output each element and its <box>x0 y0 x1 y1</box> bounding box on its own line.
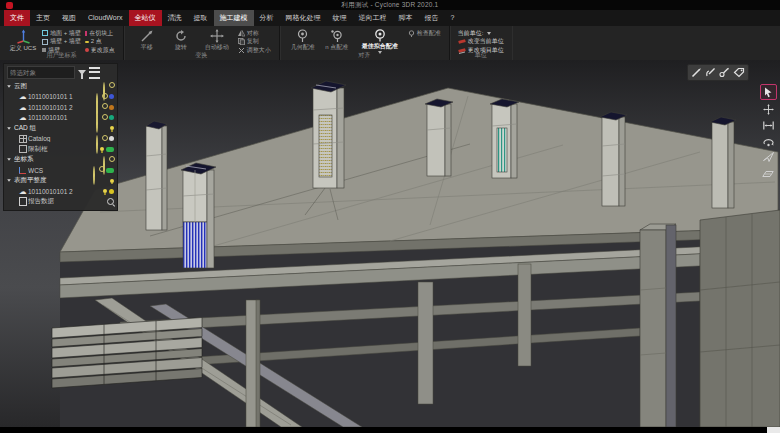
tree-item-report-data[interactable]: 报告数据 <box>4 197 117 208</box>
measure-pen-icon[interactable] <box>691 67 702 78</box>
cloud-icon: ☁ <box>19 104 28 111</box>
ground-wall-icon <box>42 30 48 36</box>
tab-home[interactable]: 主页 <box>30 10 56 26</box>
cloud-color-swatch[interactable] <box>109 105 114 110</box>
tree-item-catalog[interactable]: Catalog <box>4 134 117 145</box>
tree-item-cloud-1[interactable]: ☁ 10110010101 1 <box>4 92 117 103</box>
cloud-color-swatch[interactable] <box>109 94 114 99</box>
pan-icon <box>763 104 774 115</box>
ucs-on-slice-button[interactable]: 在切块上 <box>85 29 115 38</box>
ucs-wall-wall-button[interactable]: 墙壁 + 墙壁 <box>42 38 81 47</box>
cloud-color-swatch[interactable] <box>109 189 114 194</box>
tree-item-cloud-2[interactable]: ☁ 10110010101 2 <box>4 102 117 113</box>
orbit-button[interactable] <box>761 134 776 148</box>
tab-analysis[interactable]: 分析 <box>254 10 280 26</box>
change-current-units-button[interactable]: 改变当前单位 <box>458 38 504 47</box>
tab-texture[interactable]: 纹理 <box>327 10 353 26</box>
tree-item-cad-group[interactable]: CAD 组 <box>4 123 117 134</box>
ribbon-group-align: 几何配准 n 点配准 最佳拟合配准 <box>280 26 450 60</box>
expander-icon[interactable] <box>7 158 14 161</box>
filter-funnel-icon[interactable] <box>78 70 86 75</box>
cloud-icon: ☁ <box>19 114 28 121</box>
expander-icon[interactable] <box>7 179 14 182</box>
ucs-2-points-button[interactable]: 2 点 <box>85 38 115 47</box>
tree-item-flatness-cloud[interactable]: ☁ 10110010101 2 <box>4 186 117 197</box>
check-registration-button[interactable]: 检查配准 <box>408 29 441 38</box>
tab-extract[interactable]: 提取 <box>188 10 214 26</box>
tab-script[interactable]: 脚本 <box>393 10 419 26</box>
tab-clean[interactable]: 清洗 <box>162 10 188 26</box>
tree-item-limit-box[interactable]: 限制框 <box>4 144 117 155</box>
annotate-label-icon[interactable] <box>719 67 730 78</box>
ribbon-tab-bar: 文件 主页 视图 CloudWorx 全站仪 清洗 提取 施工建模 分析 网格化… <box>0 10 780 26</box>
axis-icon <box>19 167 26 174</box>
mirror-button[interactable]: 对称 <box>238 29 271 38</box>
tab-help[interactable]: ? <box>445 10 461 26</box>
title-bar: 利用测试 - Cyclone 3DR 2020.1 <box>0 0 780 10</box>
ribbon: 定义 UCS 地面 + 墙壁 墙壁 + 墙壁 墙壁 在切块上 2 <box>0 26 780 61</box>
bulb-icon[interactable] <box>110 179 114 183</box>
expander-icon[interactable] <box>7 127 14 130</box>
auto-move-button[interactable]: 自动移动 <box>198 29 236 51</box>
tag-icon[interactable] <box>733 67 745 78</box>
tree-item-cloud-3[interactable]: ☁ 10110010101 <box>4 113 117 124</box>
bulb-icon[interactable] <box>103 189 107 193</box>
two-points-icon <box>85 41 89 44</box>
visibility-glasses-icon[interactable] <box>96 135 98 154</box>
clip-plane-button[interactable] <box>761 166 776 180</box>
n-points-pin-icon <box>330 29 343 43</box>
report-page-icon <box>19 197 27 206</box>
enabled-toggle[interactable] <box>106 147 114 152</box>
tab-meshing[interactable]: 网格化处理 <box>280 10 327 26</box>
pan-button[interactable] <box>761 102 776 116</box>
tree-item-wcs[interactable]: WCS <box>4 165 117 176</box>
tree-item-coordinate-systems-group[interactable]: 坐标系 <box>4 155 117 166</box>
cloud-color-swatch[interactable] <box>109 115 114 120</box>
viewport-3d[interactable]: 云图 ☁ 10110010101 1 ☁ 10110010101 2 ☁ 101… <box>0 60 780 427</box>
expander-icon[interactable] <box>7 85 14 88</box>
change-current-units-icon <box>458 38 466 45</box>
fit-width-icon <box>763 121 774 130</box>
annotate-point-icon[interactable] <box>705 67 716 78</box>
duplicate-icon <box>238 38 245 45</box>
n-points-registration-button[interactable]: n 点配准 <box>320 29 354 51</box>
geometric-registration-button[interactable]: 几何配准 <box>286 29 320 51</box>
bottom-right-corner-block <box>767 427 780 433</box>
translate-icon <box>140 29 154 43</box>
visibility-glasses-icon[interactable] <box>96 114 98 133</box>
tab-station[interactable]: 全站仪 <box>129 10 162 26</box>
tree-item-surface-flatness-group[interactable]: 表面平整度 <box>4 176 117 187</box>
axis-icon <box>16 29 31 44</box>
panel-menu-icon[interactable] <box>89 67 100 79</box>
visibility-glasses-icon[interactable] <box>93 166 95 185</box>
tab-construction[interactable]: 施工建模 <box>214 10 254 26</box>
tab-cloudworx[interactable]: CloudWorx <box>82 10 129 26</box>
best-fit-registration-button[interactable]: 最佳拟合配准 <box>354 29 406 54</box>
magnifier-icon[interactable] <box>107 198 114 205</box>
current-units-dropdown[interactable]: 当前单位: <box>458 29 504 38</box>
fit-width-button[interactable] <box>761 118 776 132</box>
tab-reverse-engineering[interactable]: 逆向工程 <box>353 10 393 26</box>
tree-item-clouds-group[interactable]: 云图 <box>4 81 117 92</box>
ucs-ground-wall-button[interactable]: 地面 + 墙壁 <box>42 29 81 38</box>
rotate-icon <box>174 29 188 43</box>
duplicate-button[interactable]: 复制 <box>238 38 271 47</box>
fly-through-button[interactable] <box>761 150 776 164</box>
color-swatch[interactable] <box>109 136 114 141</box>
select-cursor-button[interactable] <box>760 84 777 100</box>
ribbon-group-transform: 平移 旋转 自动移动 对称 <box>124 26 280 60</box>
rotate-button[interactable]: 旋转 <box>164 29 198 51</box>
tab-report[interactable]: 报告 <box>419 10 445 26</box>
bulb-icon[interactable] <box>110 126 114 130</box>
panel-header <box>4 64 117 81</box>
mirror-icon <box>238 30 245 37</box>
orbit-icon <box>763 136 774 147</box>
tab-file[interactable]: 文件 <box>4 10 30 26</box>
limit-box-icon <box>19 145 27 153</box>
tab-view[interactable]: 视图 <box>56 10 82 26</box>
translate-button[interactable]: 平移 <box>130 29 164 51</box>
enabled-toggle[interactable] <box>106 168 114 173</box>
filter-objects-input[interactable] <box>7 66 75 79</box>
define-ucs-button[interactable]: 定义 UCS <box>6 29 40 52</box>
bulb-icon[interactable] <box>100 147 104 151</box>
